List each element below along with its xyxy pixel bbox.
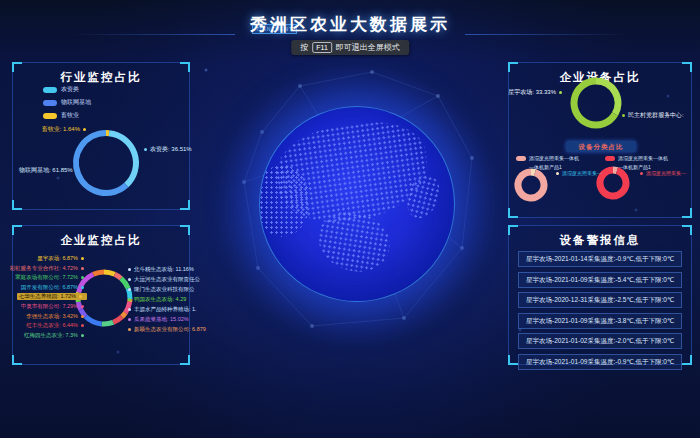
- pie-label-iot: 物联网基地: 61.85%: [19, 166, 82, 175]
- alarm-row[interactable]: 星宇农场-2021-01-09采集温度:-3.8℃,低于下限:0℃: [518, 313, 682, 329]
- label-dot: [144, 148, 147, 151]
- corner-accent: [12, 225, 22, 235]
- panel-title: 设备警报信息: [509, 233, 691, 248]
- corner-accent: [682, 355, 692, 365]
- legend-item[interactable]: 畜牧业: [43, 111, 91, 120]
- pie-label: 大运河生态农业有限责任公: [125, 276, 200, 283]
- tip-suffix: 即可退出全屏模式: [336, 42, 400, 53]
- legend-swatch: [516, 156, 526, 161]
- corner-accent: [180, 200, 190, 210]
- industry-donut-chart[interactable]: [73, 130, 139, 196]
- corner-accent: [180, 62, 190, 72]
- fullscreen-tip: 按 F11 即可退出全屏模式: [291, 40, 409, 55]
- classification-donut-right[interactable]: [591, 161, 635, 205]
- legend-item[interactable]: 物联网基地: [43, 98, 91, 107]
- pie-label-xingyu: 星宇农场: 33.33%: [508, 88, 565, 97]
- donut-slice[interactable]: [113, 317, 122, 322]
- corner-accent: [508, 62, 518, 72]
- label-dot: [128, 308, 131, 311]
- label-dot: [128, 318, 131, 321]
- label-dot: [83, 128, 86, 131]
- donut-slice[interactable]: [102, 322, 114, 324]
- donut-slice[interactable]: [76, 133, 126, 193]
- pie-label: 中奥市有限公司: 7.29%: [21, 303, 87, 310]
- label-dot: [622, 114, 625, 117]
- pie-label: 李强生态农场: 3.42%: [26, 313, 87, 320]
- donut-slice[interactable]: [104, 272, 115, 274]
- pie-label: 新颖生态农业有限公司: 6.879: [125, 326, 206, 333]
- alarm-row[interactable]: 星宇农场-2021-01-09采集温度:-5.4℃,低于下限:0℃: [518, 272, 682, 288]
- donut-slice[interactable]: [531, 172, 535, 173]
- pie-label-livestock: 畜牧业: 1.64%: [42, 125, 89, 134]
- donut-slice[interactable]: [518, 172, 544, 198]
- label-dot: [128, 328, 131, 331]
- pie-label-minzhu: 民主村党群服务中心:: [619, 111, 684, 120]
- page-title: 秀洲区农业大数据展示: [0, 13, 700, 36]
- alarm-row[interactable]: 星宇农场-2020-12-31采集温度:-2.5℃,低于下限:0℃: [518, 292, 682, 308]
- pie-label: 七华生态养殖园: 1.72%: [17, 293, 87, 300]
- classification-title: 设备分类占比: [566, 141, 636, 152]
- corner-accent: [12, 355, 22, 365]
- panel-industry-ratio: 行业监控占比 农资类物联网基地畜牧业 畜牧业: 1.64% 农资类: 36.51…: [12, 62, 190, 210]
- pie-label: 红梅园生态农业: 7.3%: [24, 332, 87, 339]
- header-line: [70, 34, 235, 35]
- pie-label: 红丰生态农业: 6.44%: [26, 322, 87, 329]
- classification-donut-left[interactable]: [509, 163, 553, 207]
- corner-accent: [508, 208, 518, 218]
- globe: [259, 106, 455, 302]
- corner-accent: [682, 62, 692, 72]
- pie-label: 彩虹服务专业合作社: 4.72%: [10, 265, 87, 272]
- pie-label: 家庭农场有限公司: 7.72%: [15, 274, 87, 281]
- corner-accent: [180, 225, 190, 235]
- continent-dots: [314, 208, 394, 277]
- pie-label-agri: 农资类: 36.51%: [141, 145, 192, 154]
- legend-item[interactable]: 温湿度光照采集一体机: [516, 155, 579, 161]
- donut-slice[interactable]: [600, 170, 626, 196]
- corner-accent: [12, 62, 22, 72]
- header-line: [465, 34, 630, 35]
- donut-slice[interactable]: [613, 170, 617, 171]
- label-dot: [556, 172, 559, 175]
- label-dot: [81, 305, 84, 308]
- panel-device-alarms: 设备警报信息 星宇农场-2021-01-14采集温度:-0.9℃,低于下限:0℃…: [508, 225, 692, 365]
- pie-label: 丰源水产品特种养殖场: 1.: [125, 306, 197, 313]
- pie-label: 鸭国农生态农场: 4.29: [125, 296, 186, 303]
- pie-label: 国开发有限公司: 6.87%: [21, 284, 87, 291]
- classification-pointer-right: 温湿度光照采集一: [637, 170, 686, 176]
- label-dot: [81, 324, 84, 327]
- legend-swatch: [605, 156, 615, 161]
- label-dot: [128, 268, 131, 271]
- alarm-row[interactable]: 星宇农场-2021-01-09采集温度:-0.9℃,低于下限:0℃: [518, 354, 682, 370]
- legend-swatch: [43, 113, 57, 119]
- alarm-row[interactable]: 星宇农场-2021-01-14采集温度:-0.9℃,低于下限:0℃: [518, 251, 682, 267]
- legend-label: 温湿度光照采集一体机: [529, 155, 579, 161]
- pie-label: 北斗精生态农场: 11.16%: [125, 266, 194, 273]
- classification-pointer-left: 温湿度光照采集一: [553, 170, 602, 176]
- panel-title: 企业监控占比: [13, 233, 189, 248]
- tip-prefix: 按: [300, 42, 308, 53]
- continent-dots: [259, 165, 310, 237]
- label-dot: [81, 276, 84, 279]
- panel-title: 行业监控占比: [13, 70, 189, 85]
- donut-slice[interactable]: [86, 316, 102, 323]
- legend-label: 物联网基地: [61, 98, 91, 107]
- label-dot: [81, 334, 84, 337]
- donut-slice[interactable]: [596, 81, 618, 114]
- corner-accent: [508, 225, 518, 235]
- equipment-donut-chart[interactable]: [566, 73, 626, 133]
- f11-key: F11: [312, 42, 332, 53]
- label-dot: [79, 295, 82, 298]
- legend-swatch: [43, 87, 57, 93]
- corner-accent: [682, 225, 692, 235]
- donut-slice[interactable]: [115, 274, 121, 278]
- donut-slice[interactable]: [109, 133, 136, 185]
- label-dot: [76, 169, 79, 172]
- dashboard: TIANZHENT 秀洲区农业大数据展示 按 F11 即可退出全屏模式 行业监控…: [0, 0, 700, 438]
- legend-item[interactable]: 农资类: [43, 85, 91, 94]
- legend-label: 畜牧业: [61, 111, 79, 120]
- donut-slice[interactable]: [93, 272, 104, 274]
- alarm-row[interactable]: 星宇农场-2021-01-02采集温度:-2.0℃,低于下限:0℃: [518, 333, 682, 349]
- label-dot: [81, 267, 84, 270]
- pie-label: 星宇农场: 6.87%: [37, 255, 87, 262]
- panel-device-ratio: 企业设备占比 星宇农场: 33.33% 民主村党群服务中心: 设备分类占比 温湿…: [508, 62, 692, 218]
